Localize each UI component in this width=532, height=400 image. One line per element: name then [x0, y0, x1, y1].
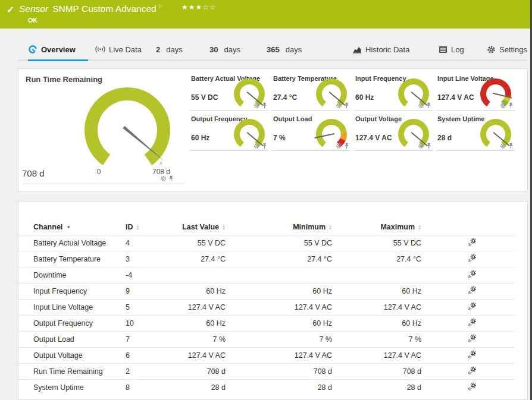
col-header-maximum[interactable]: Maximum▲▼: [358, 219, 429, 235]
gauge-tile[interactable]: Battery Temperature 27.4 °C: [272, 73, 351, 111]
col-header-channel[interactable]: Channel▼: [18, 219, 123, 235]
tab-label[interactable]: days: [286, 45, 302, 54]
gear-icon[interactable]: [500, 102, 506, 109]
tab-label[interactable]: Settings: [499, 45, 527, 54]
gear-icon[interactable]: [418, 143, 424, 149]
gear-icon: [487, 45, 496, 54]
channel-name-cell[interactable]: Input Line Voltage: [18, 300, 123, 316]
edit-channel-gears-icon[interactable]: [468, 366, 477, 375]
maximum-cell: 127.4 V AC: [358, 348, 429, 364]
pin-icon[interactable]: [426, 143, 431, 149]
tab-live-data[interactable]: Live Data: [95, 42, 142, 57]
channel-settings-button[interactable]: [429, 316, 515, 332]
channel-name-cell[interactable]: Input Frequency: [18, 284, 123, 300]
edit-channel-gears-icon[interactable]: [468, 382, 477, 391]
channel-settings-button[interactable]: [429, 348, 515, 364]
table-row: Output Load 7 7 % 7 % 7 %: [18, 332, 515, 348]
tab-label[interactable]: Live Data: [109, 45, 142, 54]
channel-value: 28 d: [437, 134, 452, 142]
tab-bar: Overview Live Data 2 days 30 days 365 da…: [0, 29, 532, 65]
pin-icon[interactable]: [508, 102, 514, 109]
edit-channel-gears-icon[interactable]: [468, 270, 477, 279]
tab-2-days[interactable]: 2 days: [156, 42, 183, 57]
channel-settings-button[interactable]: [429, 235, 515, 251]
pin-icon[interactable]: [262, 102, 267, 109]
gear-icon[interactable]: [336, 143, 342, 149]
channel-settings-button[interactable]: [429, 267, 515, 284]
gauge-tile[interactable]: System Uptime 28 d: [436, 114, 515, 151]
pin-icon[interactable]: [262, 143, 267, 149]
pin-icon[interactable]: [344, 143, 349, 149]
gauge-tile[interactable]: Output Voltage 127.4 V AC: [354, 114, 433, 151]
edit-channel-gears-icon[interactable]: [468, 318, 477, 327]
pin-icon[interactable]: [344, 102, 349, 109]
pin-icon[interactable]: [508, 143, 514, 149]
edit-channel-gears-icon[interactable]: [468, 350, 477, 359]
gauge-tile[interactable]: Input Line Voltage 127.4 V AC: [436, 73, 515, 111]
channel-id-cell: 10: [123, 316, 179, 332]
channel-name-cell[interactable]: Output Frequency: [18, 316, 123, 332]
edit-channel-gears-icon[interactable]: [468, 238, 477, 247]
gauge-tile[interactable]: Input Frequency 60 Hz: [354, 73, 433, 111]
tab-label[interactable]: days: [166, 45, 182, 54]
table-row: Downtime -4: [18, 267, 515, 284]
stars-filled[interactable]: ★★★: [181, 3, 202, 11]
tab-number[interactable]: 365: [267, 45, 280, 54]
channel-name-cell[interactable]: Output Voltage: [18, 348, 123, 364]
last-value-cell: 127.4 V AC: [179, 300, 251, 316]
channel-settings-button[interactable]: [429, 332, 515, 348]
broadcast-icon: [95, 45, 105, 53]
tab-30-days[interactable]: 30 days: [209, 42, 240, 57]
edit-channel-gears-icon[interactable]: [468, 302, 477, 311]
gauge-tile[interactable]: Output Load 7 %: [272, 114, 351, 151]
tab-number[interactable]: 30: [209, 45, 218, 54]
tab-label[interactable]: Log: [451, 45, 464, 54]
channel-settings-button[interactable]: [429, 300, 515, 316]
sort-icon: ▲▼: [328, 225, 332, 231]
maximum-cell: 127.4 V AC: [358, 300, 429, 316]
channel-name-cell[interactable]: Battery Actual Voltage: [18, 235, 123, 251]
pin-icon[interactable]: [168, 175, 174, 182]
tab-log[interactable]: Log: [439, 42, 464, 57]
channel-name-cell[interactable]: Run Time Remaining: [18, 364, 123, 380]
channel-name-cell[interactable]: Downtime: [18, 267, 123, 284]
tab-number[interactable]: 2: [156, 45, 160, 54]
channel-settings-button[interactable]: [429, 251, 515, 267]
tile-divider: [23, 184, 184, 184]
edit-channel-gears-icon[interactable]: [468, 286, 477, 295]
tab-historic-data[interactable]: Historic Data: [352, 42, 409, 57]
channel-name-cell[interactable]: Output Load: [18, 332, 123, 348]
tab-label[interactable]: days: [224, 45, 240, 54]
tab-label[interactable]: Historic Data: [365, 45, 409, 54]
priority-stars[interactable]: ★★★☆☆: [181, 3, 217, 11]
col-header-last-value[interactable]: Last Value▲▼: [179, 219, 251, 235]
channel-settings-button[interactable]: [429, 364, 515, 380]
gauge-tile[interactable]: Battery Actual Voltage 55 V DC: [190, 73, 268, 111]
channel-name-cell[interactable]: System Uptime: [18, 380, 123, 396]
edit-channel-gears-icon[interactable]: [468, 334, 477, 343]
gear-icon[interactable]: [500, 143, 506, 149]
channel-settings-button[interactable]: [429, 380, 515, 396]
tab-label[interactable]: Overview: [41, 45, 76, 54]
stars-empty[interactable]: ☆☆: [202, 3, 217, 11]
col-header-id[interactable]: ID▲▼: [123, 219, 179, 235]
gauge-tile[interactable]: Output Frequency 60 Hz: [190, 114, 268, 151]
gear-icon[interactable]: [418, 102, 424, 109]
channel-settings-button[interactable]: [429, 284, 515, 300]
gear-icon[interactable]: [336, 102, 342, 109]
status-badge: OK: [28, 17, 37, 24]
last-value-cell: 55 V DC: [179, 235, 251, 251]
priority-flag-icon[interactable]: ⚐: [158, 4, 163, 10]
tab-365-days[interactable]: 365 days: [267, 42, 302, 57]
channel-name-cell[interactable]: Battery Temperature: [18, 251, 123, 267]
channel-id-cell: 7: [123, 332, 179, 348]
gear-icon[interactable]: [254, 143, 260, 149]
tab-settings[interactable]: Settings: [487, 42, 527, 57]
pin-icon[interactable]: [426, 102, 431, 109]
log-list-icon: [439, 46, 447, 53]
gear-icon[interactable]: [160, 175, 167, 182]
col-header-minimum[interactable]: Minimum▲▼: [251, 219, 358, 235]
tab-overview[interactable]: Overview: [28, 42, 76, 57]
edit-channel-gears-icon[interactable]: [468, 254, 477, 263]
gear-icon[interactable]: [254, 102, 260, 109]
